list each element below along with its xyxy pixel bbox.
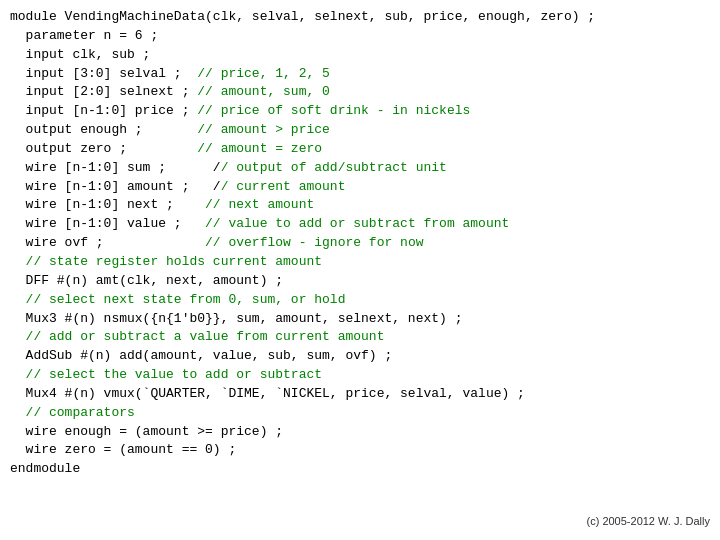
code-line: wire [n-1:0] sum ; // output of add/subt… [10,159,710,178]
code-line: wire [n-1:0] amount ; // current amount [10,178,710,197]
code-line: DFF #(n) amt(clk, next, amount) ; [10,272,710,291]
code-line: wire zero = (amount == 0) ; [10,441,710,460]
code-line: // select next state from 0, sum, or hol… [10,291,710,310]
code-line: // state register holds current amount [10,253,710,272]
code-line: endmodule [10,460,710,479]
code-line: module VendingMachineData(clk, selval, s… [10,8,710,27]
code-line: wire [n-1:0] value ; // value to add or … [10,215,710,234]
code-line: // add or subtract a value from current … [10,328,710,347]
code-line: input [n-1:0] price ; // price of soft d… [10,102,710,121]
code-line: AddSub #(n) add(amount, value, sub, sum,… [10,347,710,366]
code-line: Mux4 #(n) vmux(`QUARTER, `DIME, `NICKEL,… [10,385,710,404]
code-line: Mux3 #(n) nsmux({n{1'b0}}, sum, amount, … [10,310,710,329]
code-block: module VendingMachineData(clk, selval, s… [0,0,720,487]
code-line: output enough ; // amount > price [10,121,710,140]
code-line: input [3:0] selval ; // price, 1, 2, 5 [10,65,710,84]
code-line: parameter n = 6 ; [10,27,710,46]
code-line: // comparators [10,404,710,423]
code-line: output zero ; // amount = zero [10,140,710,159]
code-line: input clk, sub ; [10,46,710,65]
code-line: wire ovf ; // overflow - ignore for now [10,234,710,253]
copyright-footer: (c) 2005-2012 W. J. Dally [587,514,711,530]
code-line: // select the value to add or subtract [10,366,710,385]
code-line: wire enough = (amount >= price) ; [10,423,710,442]
code-line: input [2:0] selnext ; // amount, sum, 0 [10,83,710,102]
code-line: wire [n-1:0] next ; // next amount [10,196,710,215]
